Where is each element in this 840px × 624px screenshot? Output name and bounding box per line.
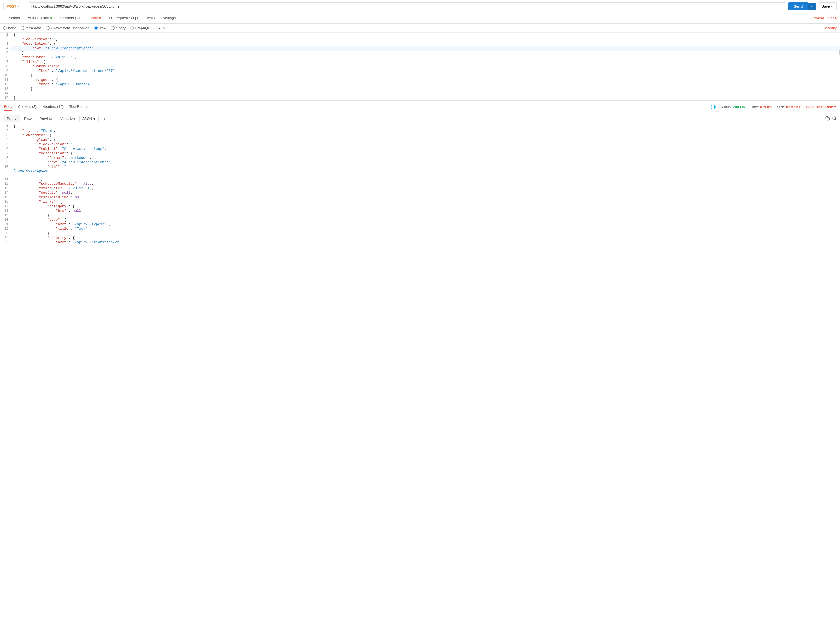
authorization-dot (50, 17, 52, 19)
tab-tests[interactable]: Tests (142, 13, 159, 23)
copy-icon-btn[interactable] (825, 116, 830, 122)
line-number: 4 (0, 46, 11, 51)
table-row: 6 "subject": "A new work package", (0, 147, 840, 151)
code-content: "dueDate": null, (11, 191, 840, 195)
format-raw[interactable]: raw (94, 26, 106, 30)
scrollbar-indicator (839, 49, 840, 55)
resp-tab-visualize[interactable]: Visualize (57, 115, 78, 122)
tab-pre-request[interactable]: Pre-request Script (105, 13, 142, 23)
table-row: 9 "href": "/api/v3/custom_options/207" (0, 69, 840, 73)
code-content: { (11, 124, 840, 129)
size-label: Size: 67.52 KB (777, 105, 801, 109)
status-value: 200 OK (733, 105, 745, 109)
line-number: 8 (0, 64, 11, 69)
line-number: 12 (0, 182, 11, 186)
json-dropdown[interactable]: JSON ▾ (156, 26, 168, 30)
code-content: "description": { (11, 42, 840, 46)
code-content: "type": { (11, 218, 840, 222)
table-row: 5 }, (0, 51, 840, 55)
table-row: 11 }, (0, 177, 840, 182)
code-content: "_links": { (11, 200, 840, 204)
request-body-editor[interactable]: 1 { 2 "lockVersion": 1, 3 "description":… (0, 32, 840, 100)
line-number: 22 (0, 227, 11, 231)
line-number: 13 (0, 186, 11, 191)
format-urlencoded[interactable]: x-www-form-urlencoded (46, 26, 89, 30)
code-content: }, (11, 213, 840, 218)
line-number: 10 (0, 73, 11, 78)
url-input[interactable] (28, 2, 786, 11)
table-row: 14 } (0, 91, 840, 96)
code-content: "assignee": { (11, 78, 840, 82)
response-tab-cookies[interactable]: Cookies (3) (18, 103, 37, 111)
table-row: 22 "title": "Task" (0, 227, 840, 231)
table-row: 4 "payload": { (0, 138, 840, 142)
code-content: "href": "/api/v3/custom_options/207" (11, 69, 840, 73)
response-body-editor[interactable]: 1 { 2 "_type": "Form", 3 "_embedded": { … (0, 124, 840, 248)
tab-body[interactable]: Body (86, 13, 105, 23)
svg-rect-3 (827, 118, 829, 120)
table-row: 6 "startDate": "2020-12-01", (0, 55, 840, 60)
line-number: 13 (0, 87, 11, 91)
table-row: 1 { (0, 32, 840, 37)
line-number: 25 (0, 240, 11, 245)
code-link[interactable]: Code (828, 16, 837, 20)
cookies-link[interactable]: Cookies (811, 16, 825, 20)
request-code-table: 1 { 2 "lockVersion": 1, 3 "description":… (0, 32, 840, 100)
response-tab-body[interactable]: Body (4, 103, 12, 111)
tab-headers[interactable]: Headers (11) (56, 13, 86, 23)
code-content: "_type": "Form", (11, 129, 840, 133)
resp-format-chevron-icon: ▾ (94, 117, 96, 121)
resp-tab-preview[interactable]: Preview (36, 115, 56, 122)
line-number: 10 (0, 165, 11, 177)
save-button[interactable]: Save ▾ (818, 2, 837, 11)
code-content: "category": { (11, 204, 840, 209)
save-response-button[interactable]: Save Response ▾ (806, 105, 836, 109)
format-graphql[interactable]: GraphQL (130, 26, 150, 30)
size-value: 67.52 KB (786, 105, 801, 109)
table-row: 10 "html": "A new description" (0, 165, 840, 177)
table-row: 10 }, (0, 73, 840, 78)
tab-params[interactable]: Params (3, 13, 24, 23)
code-content: "payload": { (11, 138, 840, 142)
format-binary[interactable]: binary (111, 26, 126, 30)
table-row: 12 "href": "/api/v3/users/4" (0, 82, 840, 87)
code-content: "href": "/api/v3/priorities/2", (11, 240, 840, 245)
code-content: "description": { (11, 151, 840, 156)
table-row: 15 } (0, 96, 840, 100)
code-content: } (11, 96, 840, 100)
code-content: "href": "/api/v3/types/2", (11, 222, 840, 227)
response-code-table: 1 { 2 "_type": "Form", 3 "_embedded": { … (0, 124, 840, 245)
line-number: 15 (0, 96, 11, 100)
response-tab-headers[interactable]: Headers (15) (42, 103, 64, 111)
code-content: "format": "markdown", (11, 156, 840, 160)
globe-icon: 🌐 (711, 105, 716, 110)
send-button-group: Send ▾ (788, 2, 816, 11)
send-button[interactable]: Send (788, 2, 808, 11)
resp-tab-pretty[interactable]: Pretty (3, 115, 20, 122)
resp-tab-raw[interactable]: Raw (21, 115, 35, 122)
table-row: 23 }, (0, 231, 840, 236)
method-select[interactable]: POST ▾ (3, 3, 26, 10)
code-content: "raw": "A new **description**", (11, 160, 840, 165)
tab-authorization[interactable]: Authorization (24, 13, 56, 23)
response-format-select[interactable]: JSON ▾ (79, 115, 99, 122)
format-none[interactable]: none (3, 26, 16, 30)
line-number: 5 (0, 51, 11, 55)
format-form-data[interactable]: form-data (21, 26, 42, 30)
code-content: "priority": { (11, 236, 840, 240)
search-icon-btn[interactable] (832, 116, 837, 122)
code-content: } (11, 87, 840, 91)
code-content: "startDate": "2020-12-01", (11, 55, 840, 60)
response-tab-test-results[interactable]: Test Results (69, 103, 89, 111)
filter-icon-btn[interactable] (102, 116, 107, 122)
code-content: "href": null (11, 209, 840, 213)
send-dropdown-button[interactable]: ▾ (808, 3, 815, 11)
tab-settings[interactable]: Settings (159, 13, 180, 23)
line-number: 7 (0, 60, 11, 64)
code-content: "subject": "A new work package", (11, 147, 840, 151)
beautify-button[interactable]: Beautify (823, 26, 837, 30)
line-number: 11 (0, 78, 11, 82)
line-number: 6 (0, 147, 11, 151)
svg-line-5 (835, 119, 836, 120)
code-content: "title": "Task" (11, 227, 840, 231)
